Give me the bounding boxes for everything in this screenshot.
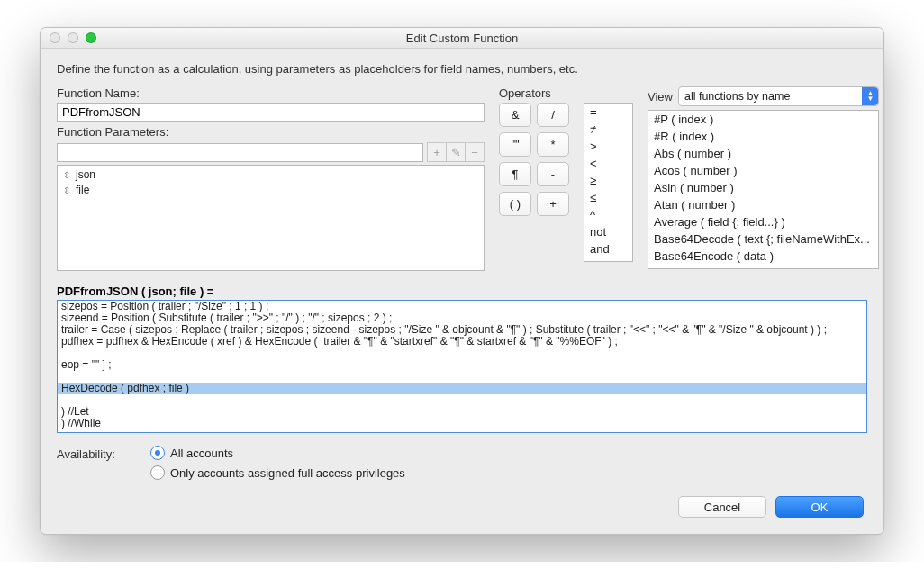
function-list[interactable]: #P ( index )#R ( index )Abs ( number )Ac…	[648, 110, 879, 269]
function-item[interactable]: Abs ( number )	[648, 145, 878, 162]
view-label: View	[648, 90, 673, 104]
formula-line[interactable]: HexDecode ( pdfhex ; file )	[58, 383, 866, 394]
operator-button[interactable]: ""	[499, 132, 531, 157]
comparison-operator-item[interactable]: >	[584, 138, 632, 155]
formula-line[interactable]: pdfhex = pdfhex & HexEncode ( xref ) & H…	[58, 335, 621, 348]
cancel-button[interactable]: Cancel	[678, 496, 766, 518]
zoom-icon[interactable]	[86, 32, 96, 43]
add-parameter-button[interactable]: +	[427, 142, 447, 162]
function-item[interactable]: Atan ( number )	[648, 196, 878, 213]
comparison-operators-column: x =≠><≥≤^notandor	[584, 86, 633, 271]
edit-custom-function-window: Edit Custom Function Define the function…	[40, 27, 884, 535]
ok-button[interactable]: OK	[775, 496, 864, 518]
window-controls	[50, 28, 96, 48]
availability-section: Availability: All accounts Only accounts…	[57, 446, 867, 480]
function-parameters-label: Function Parameters:	[57, 125, 485, 139]
function-item[interactable]: Base64EncodeRFC ( RFCNumber ; data )	[648, 265, 878, 269]
radio-icon	[150, 465, 165, 480]
comparison-operator-item[interactable]: not	[584, 223, 632, 240]
comparison-operator-item[interactable]: ≠	[584, 121, 632, 138]
functions-column: View all functions by name ▲▼ #P ( index…	[648, 86, 879, 271]
chevron-up-down-icon: ▲▼	[862, 87, 878, 105]
comparison-operator-item[interactable]: and	[584, 240, 632, 257]
function-item[interactable]: #P ( index )	[648, 111, 878, 128]
parameter-list[interactable]: ⇳json⇳file	[57, 165, 485, 271]
comparison-operator-item[interactable]: <	[584, 155, 632, 172]
view-dropdown[interactable]: all functions by name ▲▼	[678, 86, 880, 106]
availability-full-access-label: Only accounts assigned full access privi…	[170, 466, 405, 480]
window-title: Edit Custom Function	[406, 32, 518, 45]
formula-line[interactable]	[58, 347, 65, 359]
formula-line[interactable]: ) //While	[58, 417, 104, 429]
operator-button[interactable]: -	[537, 162, 569, 186]
availability-full-access-radio[interactable]: Only accounts assigned full access privi…	[150, 465, 405, 480]
availability-all-label: All accounts	[170, 447, 233, 460]
formula-textarea[interactable]: sizepos = Position ( trailer ; "/Size" ;…	[57, 300, 867, 433]
close-icon[interactable]	[50, 32, 60, 43]
formula-line[interactable]: ) //Let	[58, 405, 93, 418]
comparison-operator-item[interactable]: ^	[584, 206, 632, 223]
dialog-footer: Cancel OK	[57, 496, 867, 518]
function-item[interactable]: Acos ( number )	[648, 162, 878, 179]
parameter-name-input[interactable]	[57, 143, 423, 162]
parameter-item[interactable]: ⇳json	[58, 167, 484, 183]
formula-signature: PDFfromJSON ( json; file ) =	[57, 284, 867, 298]
radio-icon	[150, 446, 165, 460]
edit-parameter-button[interactable]: ✎	[446, 142, 466, 162]
operator-button[interactable]: +	[537, 192, 569, 216]
view-selected: all functions by name	[684, 90, 790, 103]
parameter-item[interactable]: ⇳file	[58, 183, 484, 198]
formula-line[interactable]: trailer = Case ( sizepos ; Replace ( tra…	[58, 323, 830, 336]
formula-line[interactable]: sizeend = Position ( Substitute ( traile…	[58, 312, 395, 324]
comparison-operator-list[interactable]: =≠><≥≤^notandor	[584, 103, 633, 262]
availability-all-radio[interactable]: All accounts	[150, 446, 405, 460]
title-bar[interactable]: Edit Custom Function	[41, 28, 883, 49]
function-item[interactable]: Base64Decode ( text {; fileNameWithEx...	[648, 230, 878, 248]
dialog-content: Define the function as a calculation, us…	[41, 49, 883, 534]
function-name-label: Function Name:	[57, 86, 485, 100]
availability-label: Availability:	[57, 446, 129, 461]
function-item[interactable]: Base64Encode ( data )	[648, 248, 878, 265]
comparison-operator-item[interactable]: or	[584, 257, 632, 262]
function-name-input[interactable]	[57, 103, 485, 122]
operator-button[interactable]: *	[537, 132, 569, 157]
formula-line[interactable]: sizepos = Position ( trailer ; "/Size" ;…	[58, 300, 272, 312]
formula-line[interactable]	[58, 370, 65, 383]
comparison-operator-item[interactable]: =	[584, 104, 632, 121]
operators-column: Operators &/""*¶-( )+	[499, 86, 569, 271]
operator-button[interactable]: ¶	[499, 162, 531, 186]
formula-line[interactable]	[58, 393, 65, 406]
definition-column: Function Name: Function Parameters: + ✎ …	[57, 86, 485, 271]
operator-button[interactable]: &	[499, 103, 531, 127]
comparison-operator-item[interactable]: ≤	[584, 189, 632, 206]
function-item[interactable]: Asin ( number )	[648, 179, 878, 196]
comparison-operator-item[interactable]: ≥	[584, 172, 632, 189]
function-item[interactable]: #R ( index )	[648, 128, 878, 145]
formula-line[interactable]: eop = "" ] ;	[58, 358, 115, 371]
function-item[interactable]: Average ( field {; field...} )	[648, 213, 878, 230]
drag-handle-icon[interactable]: ⇳	[63, 186, 70, 195]
description-text: Define the function as a calculation, us…	[57, 62, 867, 76]
drag-handle-icon[interactable]: ⇳	[63, 171, 70, 180]
parameter-name: file	[76, 183, 89, 198]
minimize-icon[interactable]	[68, 32, 78, 43]
operator-button[interactable]: /	[537, 103, 569, 127]
remove-parameter-button[interactable]: −	[465, 142, 485, 162]
operator-button[interactable]: ( )	[499, 192, 531, 216]
operators-grid: &/""*¶-( )+	[499, 103, 569, 216]
operators-label: Operators	[499, 86, 569, 100]
parameter-name: json	[76, 167, 95, 183]
